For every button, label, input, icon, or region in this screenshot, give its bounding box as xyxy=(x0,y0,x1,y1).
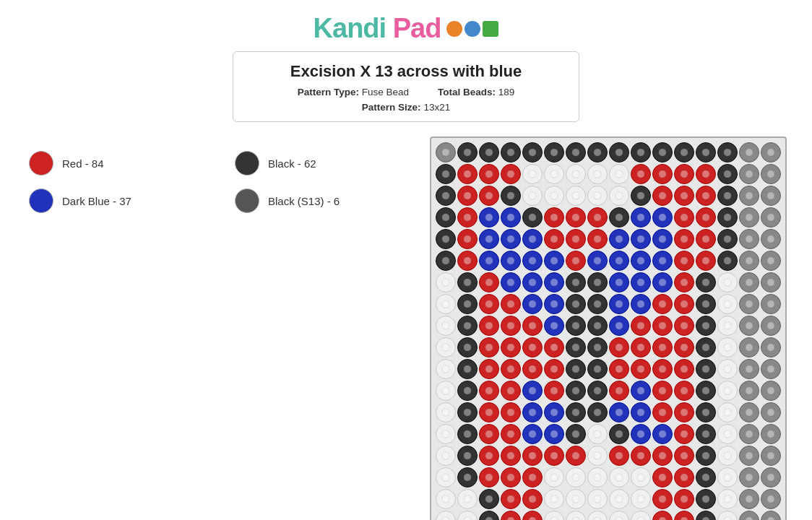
bead xyxy=(696,337,716,358)
bead xyxy=(587,489,608,509)
bead xyxy=(696,164,716,184)
bead xyxy=(436,207,456,228)
bead xyxy=(631,251,651,271)
bead xyxy=(457,186,478,206)
bead xyxy=(522,424,543,444)
bead xyxy=(652,207,673,228)
bead xyxy=(522,142,543,162)
bead xyxy=(587,337,608,358)
bead xyxy=(761,207,781,228)
bead xyxy=(501,207,521,228)
bead xyxy=(674,316,694,336)
bead xyxy=(544,272,564,292)
bead xyxy=(501,359,521,379)
bead xyxy=(696,272,716,292)
bead xyxy=(501,251,521,271)
logo: Kandi Pad xyxy=(314,13,441,44)
bead xyxy=(717,402,738,422)
bead xyxy=(479,402,499,422)
bead xyxy=(674,142,694,162)
bead xyxy=(631,359,651,379)
bead xyxy=(609,142,629,162)
bead xyxy=(609,359,629,379)
bead xyxy=(674,164,694,184)
bead xyxy=(761,467,781,488)
bead xyxy=(457,229,478,249)
bead xyxy=(717,381,738,401)
bead xyxy=(609,489,629,509)
bead xyxy=(717,511,738,520)
bead xyxy=(739,207,759,228)
bead xyxy=(479,359,499,379)
bead xyxy=(761,511,781,520)
bead xyxy=(436,489,456,509)
bead xyxy=(696,316,716,336)
bead xyxy=(674,229,694,249)
bead xyxy=(436,381,456,401)
bead xyxy=(739,381,759,401)
color-item: Dark Blue - 37 xyxy=(29,188,220,213)
bead xyxy=(761,337,781,358)
bead xyxy=(739,446,759,466)
color-label: Black - 62 xyxy=(268,157,316,170)
bead xyxy=(522,402,543,422)
logo-pad: Pad xyxy=(393,13,441,43)
bead xyxy=(479,446,499,466)
bead xyxy=(761,142,781,162)
bead xyxy=(652,359,673,379)
bead xyxy=(522,511,543,520)
bead xyxy=(544,207,564,228)
bead xyxy=(566,446,586,466)
bead xyxy=(457,467,478,488)
bead xyxy=(566,294,586,314)
bead xyxy=(479,229,499,249)
bead xyxy=(544,229,564,249)
bead xyxy=(609,467,629,488)
logo-icons xyxy=(446,21,498,37)
bead xyxy=(674,272,694,292)
bead xyxy=(587,186,608,206)
bead xyxy=(696,467,716,488)
bead xyxy=(522,337,543,358)
bead xyxy=(761,294,781,314)
bead xyxy=(587,164,608,184)
total-beads: Total Beads: 189 xyxy=(438,87,514,98)
bead xyxy=(501,402,521,422)
bead xyxy=(739,294,759,314)
bead xyxy=(501,294,521,314)
bead xyxy=(479,272,499,292)
bead xyxy=(436,511,456,520)
bead xyxy=(436,337,456,358)
bead xyxy=(696,402,716,422)
bead xyxy=(501,489,521,509)
bead xyxy=(544,186,564,206)
bead xyxy=(739,424,759,444)
bead xyxy=(479,164,499,184)
bead xyxy=(674,489,694,509)
bead xyxy=(544,467,564,488)
bead xyxy=(436,251,456,271)
bead xyxy=(761,186,781,206)
bead xyxy=(544,337,564,358)
bead xyxy=(544,164,564,184)
bead xyxy=(522,446,543,466)
bead xyxy=(609,294,629,314)
bead xyxy=(717,446,738,466)
bead xyxy=(717,207,738,228)
bead xyxy=(761,359,781,379)
bead xyxy=(479,294,499,314)
bead xyxy=(457,359,478,379)
bead xyxy=(652,446,673,466)
orange-bead-icon xyxy=(446,21,462,37)
logo-kandi: Kandi xyxy=(314,13,386,43)
bead xyxy=(587,294,608,314)
bead xyxy=(609,229,629,249)
bead xyxy=(457,294,478,314)
bead xyxy=(717,164,738,184)
bead xyxy=(652,511,673,520)
color-label: Dark Blue - 37 xyxy=(62,195,131,207)
bead xyxy=(522,229,543,249)
bead xyxy=(587,511,608,520)
bead xyxy=(739,229,759,249)
bead xyxy=(479,337,499,358)
